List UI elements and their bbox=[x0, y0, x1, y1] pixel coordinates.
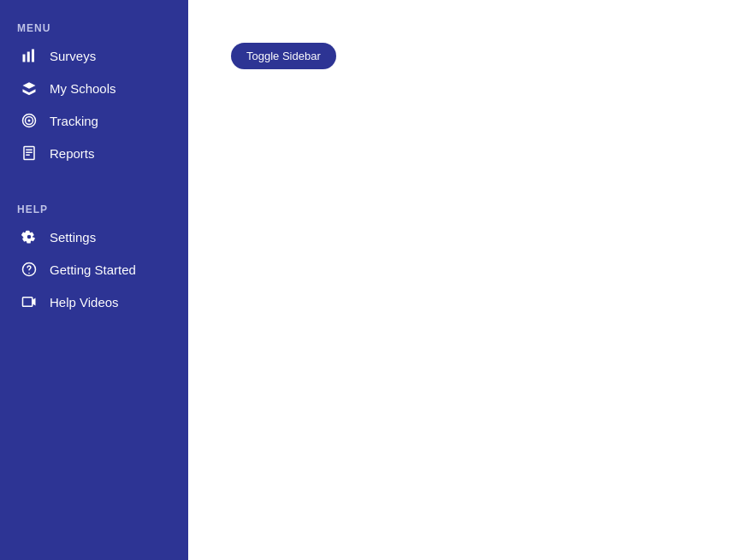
sidebar-item-surveys-label: Surveys bbox=[50, 49, 96, 63]
sidebar-item-my-schools-label: My Schools bbox=[50, 81, 116, 96]
sidebar-item-getting-started-label: Getting Started bbox=[50, 262, 136, 277]
sidebar-item-tracking[interactable]: Tracking bbox=[0, 104, 188, 137]
sidebar-item-settings-label: Settings bbox=[50, 230, 96, 245]
target-icon bbox=[17, 113, 41, 128]
menu-section-label: MENU bbox=[0, 14, 188, 39]
gear-icon bbox=[17, 229, 41, 245]
question-icon bbox=[17, 262, 41, 277]
school-icon bbox=[17, 80, 41, 96]
document-icon bbox=[17, 145, 41, 161]
main-content: Toggle Sidebar bbox=[188, 0, 740, 560]
svg-rect-12 bbox=[23, 298, 33, 307]
toggle-sidebar-button[interactable]: Toggle Sidebar bbox=[231, 43, 336, 69]
svg-point-11 bbox=[28, 273, 30, 274]
sidebar-item-reports[interactable]: Reports bbox=[0, 137, 188, 169]
svg-rect-1 bbox=[27, 52, 30, 62]
sidebar: MENU Surveys My Schools Tr bbox=[0, 0, 188, 560]
svg-rect-2 bbox=[32, 50, 34, 62]
sidebar-item-help-videos[interactable]: Help Videos bbox=[0, 286, 188, 318]
sidebar-item-surveys[interactable]: Surveys bbox=[0, 39, 188, 72]
sidebar-item-my-schools[interactable]: My Schools bbox=[0, 72, 188, 104]
bar-chart-icon bbox=[17, 48, 41, 63]
help-section-label: HELP bbox=[0, 195, 188, 221]
sidebar-item-reports-label: Reports bbox=[50, 146, 95, 161]
sidebar-item-help-videos-label: Help Videos bbox=[50, 295, 119, 309]
svg-point-5 bbox=[28, 120, 31, 122]
svg-rect-0 bbox=[23, 55, 26, 62]
sidebar-item-getting-started[interactable]: Getting Started bbox=[0, 253, 188, 286]
video-icon bbox=[17, 294, 41, 309]
sidebar-item-settings[interactable]: Settings bbox=[0, 221, 188, 253]
sidebar-item-tracking-label: Tracking bbox=[50, 114, 98, 128]
